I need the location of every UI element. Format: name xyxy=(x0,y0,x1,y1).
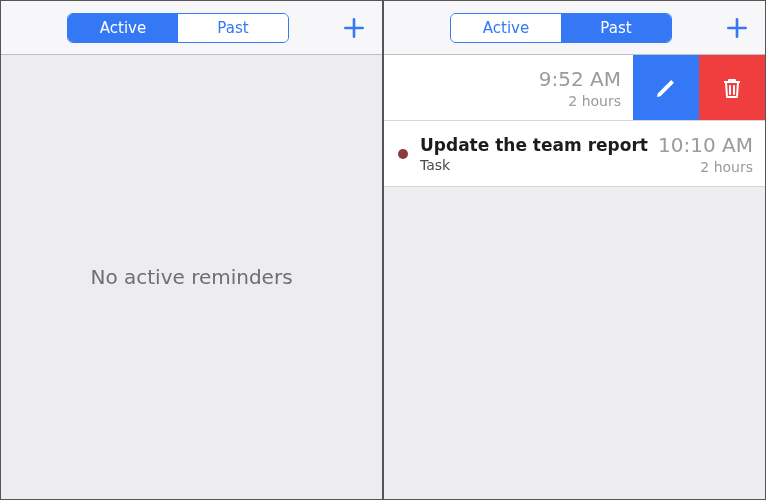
reminder-title: reak! xyxy=(384,78,529,98)
reminder-subtitle: Task xyxy=(420,157,648,173)
reminder-row[interactable]: Update the team report Task 10:10 AM 2 h… xyxy=(384,121,765,187)
reminder-row-content: Update the team report Task 10:10 AM 2 h… xyxy=(384,121,765,186)
delete-button[interactable] xyxy=(699,55,765,120)
reminder-list: reak! 9:52 AM 2 hours xyxy=(384,55,765,499)
tab-past[interactable]: Past xyxy=(561,14,671,42)
tab-segmented-control: Active Past xyxy=(450,13,672,43)
reminders-pane-past: Active Past reak! 9:5 xyxy=(383,0,766,500)
reminder-row[interactable]: reak! 9:52 AM 2 hours xyxy=(384,55,765,121)
empty-state-text: No active reminders xyxy=(90,265,292,289)
reminders-pane-active: Active Past No active reminders xyxy=(0,0,383,500)
reminder-row-content: reak! 9:52 AM 2 hours xyxy=(384,55,633,120)
edit-button[interactable] xyxy=(633,55,699,120)
status-dot xyxy=(398,149,408,159)
plus-icon xyxy=(724,15,750,41)
reminder-time: 10:10 AM xyxy=(658,133,753,157)
reminder-time: 9:52 AM xyxy=(539,67,621,91)
reminder-duration: 2 hours xyxy=(568,93,621,109)
pencil-icon xyxy=(654,76,678,100)
header: Active Past xyxy=(384,1,765,55)
tab-active[interactable]: Active xyxy=(451,14,561,42)
add-reminder-button[interactable] xyxy=(334,8,374,48)
header: Active Past xyxy=(1,1,382,55)
reminder-title: Update the team report xyxy=(420,135,648,155)
reminder-list-empty: No active reminders xyxy=(1,55,382,499)
reminder-duration: 2 hours xyxy=(700,159,753,175)
add-reminder-button[interactable] xyxy=(717,8,757,48)
tab-past[interactable]: Past xyxy=(178,14,288,42)
plus-icon xyxy=(341,15,367,41)
tab-segmented-control: Active Past xyxy=(67,13,289,43)
tab-active[interactable]: Active xyxy=(68,14,178,42)
trash-icon xyxy=(721,76,743,100)
